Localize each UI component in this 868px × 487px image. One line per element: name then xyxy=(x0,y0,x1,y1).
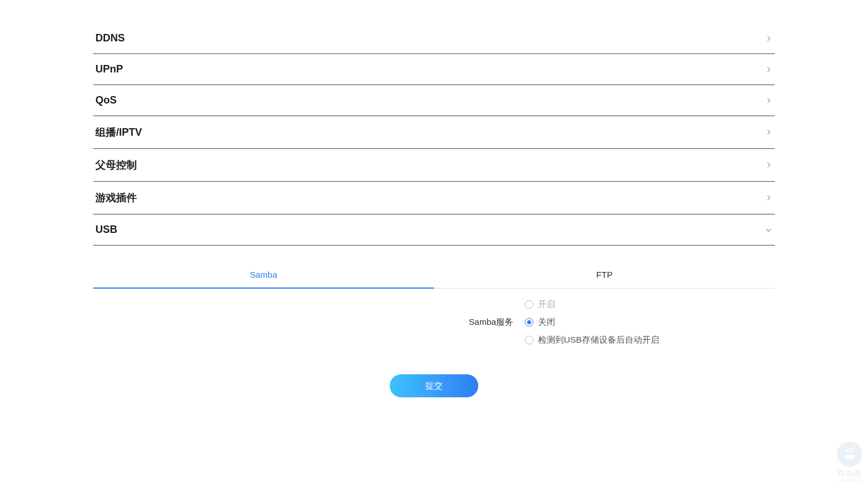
tab-label: Samba xyxy=(250,270,278,279)
chevron-right-icon xyxy=(765,161,773,169)
chevron-right-icon xyxy=(765,194,773,202)
menu-item-usb[interactable]: USB xyxy=(93,214,775,246)
menu-item-label: 组播/IPTV xyxy=(95,125,142,139)
menu-item-label: 父母控制 xyxy=(95,158,137,172)
samba-option-on[interactable]: 开启 xyxy=(525,299,659,310)
menu-item-ddns[interactable]: DDNS xyxy=(93,23,775,54)
menu-item-iptv[interactable]: 组播/IPTV xyxy=(93,116,775,149)
menu-item-game-plugin[interactable]: 游戏插件 xyxy=(93,182,775,214)
menu-item-label: UPnP xyxy=(95,63,123,75)
samba-option-off[interactable]: 关闭 xyxy=(525,317,659,328)
chevron-right-icon xyxy=(765,128,773,136)
chevron-right-icon xyxy=(765,97,773,105)
samba-option-auto[interactable]: 检测到USB存储设备后自动开启 xyxy=(525,335,659,346)
menu-item-qos[interactable]: QoS xyxy=(93,85,775,116)
menu-item-upnp[interactable]: UPnP xyxy=(93,54,775,85)
menu-item-label: DDNS xyxy=(95,32,125,44)
tab-ftp[interactable]: FTP xyxy=(434,263,775,289)
samba-panel: Samba服务 开启 关闭 检测到USB存储设备后自动开启 xyxy=(93,299,775,346)
tab-samba[interactable]: Samba xyxy=(93,263,434,289)
samba-service-label: Samba服务 xyxy=(209,317,525,328)
menu-item-label: QoS xyxy=(95,94,117,106)
submit-button[interactable]: 提交 xyxy=(390,374,478,397)
radio-label: 开启 xyxy=(538,299,555,310)
usb-tabs: Samba FTP xyxy=(93,263,775,289)
chevron-down-icon xyxy=(765,226,773,234)
chevron-right-icon xyxy=(765,34,773,43)
menu-item-parental[interactable]: 父母控制 xyxy=(93,149,775,182)
radio-icon xyxy=(525,300,533,309)
tab-label: FTP xyxy=(596,270,612,279)
radio-label: 关闭 xyxy=(538,317,555,328)
radio-label: 检测到USB存储设备后自动开启 xyxy=(538,335,659,346)
chevron-right-icon xyxy=(765,66,773,74)
radio-icon xyxy=(525,318,533,327)
menu-item-label: USB xyxy=(95,224,117,236)
radio-icon xyxy=(525,336,533,344)
menu-item-label: 游戏插件 xyxy=(95,191,137,205)
